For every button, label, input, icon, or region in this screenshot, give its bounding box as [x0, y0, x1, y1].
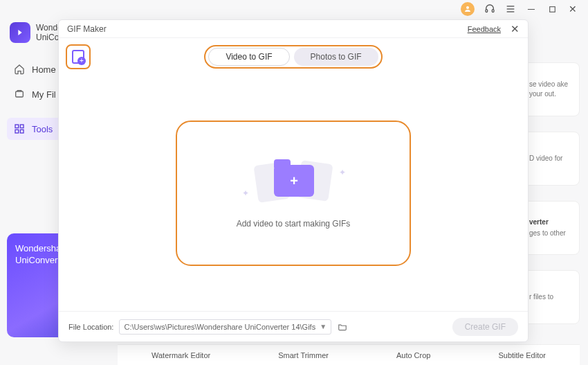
gif-maker-modal: GIF Maker Feedback ✕ Video to GIF Photos… [58, 19, 529, 342]
home-icon [14, 64, 25, 75]
chevron-down-icon: ▼ [320, 323, 327, 330]
svg-rect-9 [20, 125, 24, 128]
sidebar-item-label: Tools [32, 124, 53, 134]
sparkle-icon: ✦ [242, 188, 249, 198]
close-icon[interactable]: ✕ [511, 23, 520, 35]
sidebar-item-label: My Fil [32, 89, 56, 100]
svg-rect-11 [20, 130, 24, 133]
open-folder-icon[interactable] [337, 322, 348, 332]
headset-icon[interactable] [484, 3, 495, 15]
tab-group: Video to GIF Photos to GIF [204, 45, 382, 69]
create-gif-button[interactable]: Create GIF [452, 318, 518, 336]
svg-rect-6 [549, 6, 555, 12]
file-location-path: C:\Users\ws\Pictures\Wondershare UniConv… [124, 323, 315, 331]
maximize-icon[interactable] [546, 3, 558, 15]
tab-video-to-gif[interactable]: Video to GIF [208, 48, 289, 66]
modal-title: GIF Maker [67, 24, 107, 34]
minimize-icon[interactable]: ─ [526, 3, 537, 15]
user-avatar[interactable] [461, 2, 475, 16]
svg-rect-1 [486, 10, 488, 12]
menu-icon[interactable] [505, 3, 516, 15]
tool-link[interactable]: Watermark Editor [151, 351, 210, 359]
drop-zone-text: Add video to start making GIFs [237, 219, 351, 229]
tool-card[interactable]: verterges to other [523, 201, 580, 255]
tool-card[interactable]: se video ake your out. [523, 62, 580, 116]
feedback-link[interactable]: Feedback [468, 25, 501, 33]
file-location-label: File Location: [68, 323, 113, 331]
tool-link[interactable]: Smart Trimmer [278, 351, 329, 359]
drop-zone[interactable]: ✦ ✦ Add video to start making GIFs [176, 121, 411, 266]
add-file-button[interactable] [66, 44, 91, 69]
svg-rect-10 [15, 130, 19, 133]
tool-link[interactable]: Subtitle Editor [498, 351, 545, 359]
svg-point-0 [466, 6, 469, 9]
brand-logo-icon [10, 22, 30, 43]
add-file-icon [72, 50, 84, 64]
svg-rect-2 [492, 10, 494, 12]
tool-card[interactable]: D video for [523, 132, 580, 186]
sparkle-icon: ✦ [339, 168, 346, 177]
tool-card[interactable]: r files to [523, 270, 580, 324]
file-location-select[interactable]: C:\Users\ws\Pictures\Wondershare UniConv… [119, 319, 331, 335]
svg-rect-8 [15, 125, 19, 128]
bottom-tool-strip: Watermark Editor Smart Trimmer Auto Crop… [118, 344, 580, 365]
sidebar-item-label: Home [32, 64, 56, 75]
tool-link[interactable]: Auto Crop [396, 351, 431, 359]
right-card-column: se video ake your out. D video for verte… [523, 62, 580, 324]
tab-photos-to-gif[interactable]: Photos to GIF [294, 48, 378, 66]
close-window-icon[interactable]: ✕ [567, 3, 578, 15]
files-icon [14, 89, 25, 100]
tools-icon [14, 123, 25, 134]
svg-rect-7 [16, 91, 24, 97]
drop-illustration: ✦ ✦ [252, 158, 335, 206]
folder-plus-icon [274, 165, 314, 197]
